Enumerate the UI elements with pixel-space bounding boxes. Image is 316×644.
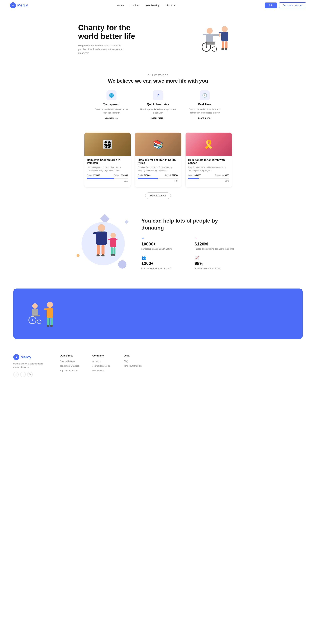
svg-rect-6 [221, 48, 224, 50]
more-btn-wrap: More to donate [13, 192, 303, 199]
svg-rect-18 [219, 33, 221, 36]
cta-banner [13, 288, 303, 339]
charity-stats-africa: Goals $45000 Raised $22500 [138, 174, 179, 176]
charity-raised-cancer: Raised $13000 [215, 174, 229, 176]
footer-legal: Legal FAQ Terms & Conditions [124, 354, 142, 377]
svg-point-38 [32, 320, 33, 321]
footer-company: Company About Us Journalists / Media Mem… [92, 354, 110, 377]
charity-desc-cancer: Help donate for the children with cancer… [188, 166, 229, 172]
feature-title-realtime: Real Time [186, 103, 223, 106]
svg-rect-22 [102, 232, 106, 234]
footer-brand-name: Mercy [21, 355, 31, 359]
company-link-2: Journalists / Media [92, 364, 110, 367]
raised-icon: ♀ [195, 236, 241, 240]
arrow-right-icon-2: › [164, 117, 165, 119]
cta-illustration [23, 298, 73, 329]
legal-link-1: FAQ [124, 360, 142, 363]
feature-title-transparent: Transparent [93, 103, 130, 106]
stat-raised: ♀ $120M+ Raised and counting donations i… [195, 236, 241, 250]
nav-about[interactable]: About us [166, 4, 175, 7]
nav-home[interactable]: Home [117, 4, 124, 7]
company-link-1: About Us [92, 360, 110, 363]
stat-review-value: 98% [195, 261, 241, 266]
svg-point-39 [37, 320, 41, 324]
quick-links-list: Charity Ratings Top-Rated Charities Top … [60, 360, 79, 372]
charity-img-cancer [186, 132, 232, 156]
nav-actions: Join Become a member [265, 2, 306, 8]
features-cards: 🌐 Transparent Donations and distribution… [10, 90, 306, 119]
arrow-right-icon: › [117, 117, 118, 119]
svg-rect-17 [213, 34, 220, 36]
facebook-icon[interactable]: f [13, 372, 19, 377]
svg-point-27 [110, 233, 116, 238]
stat-volunteers-value: 1200+ [141, 261, 188, 266]
progress-bar-cancer [188, 178, 199, 179]
cta-people-svg [23, 298, 70, 328]
progress-bar-africa [138, 178, 158, 179]
charity-desc-pakistan: Help save poor children in Pakistan by d… [87, 166, 128, 172]
svg-rect-5 [225, 41, 227, 49]
become-member-button[interactable]: Become a member [279, 2, 306, 8]
learn-more-transparent[interactable]: Learn more › [93, 117, 130, 119]
stat-campaigns: ✦ 10000+ Fundraising campaign in all tim… [141, 236, 188, 250]
charity-title-pakistan: Help save poor children in Pakistan [87, 158, 128, 164]
svg-rect-9 [206, 34, 213, 42]
svg-rect-3 [225, 32, 228, 34]
svg-rect-24 [101, 245, 104, 255]
charity-goal-cancer: Goals $50000 [188, 174, 201, 176]
learn-more-realtime[interactable]: Learn more › [186, 117, 223, 119]
progress-pct-africa: 50% [138, 180, 179, 183]
legal-list: FAQ Terms & Conditions [124, 360, 142, 367]
donate-content: You can help lots of people by donating … [141, 218, 241, 270]
features-title: We believe we can save more life with yo… [10, 78, 306, 84]
charity-card-pakistan: Help save poor children in Pakistan Help… [84, 132, 131, 188]
stat-review: 📈 98% Positive review from public [195, 256, 241, 270]
twitter-icon[interactable]: t [20, 372, 26, 377]
svg-rect-40 [32, 315, 40, 316]
charity-goal-africa: Goals $45000 [138, 174, 150, 176]
svg-rect-29 [108, 239, 111, 240]
charity-card-cancer: Help donate for children with cancer Hel… [185, 132, 232, 188]
charity-img-africa [135, 132, 181, 156]
svg-point-35 [32, 303, 38, 308]
footer-brand: ♥ Mercy Donate and help others people ar… [13, 354, 47, 377]
charity-stats-pakistan: Goals $75000 Raised $50000 [87, 174, 128, 176]
svg-rect-26 [101, 254, 104, 256]
nav-charities[interactable]: Charities [130, 4, 140, 7]
stat-raised-value: $120M+ [195, 242, 241, 247]
charity-raised-africa: Raised $22500 [165, 174, 178, 176]
features-section: OUR FEATURES We believe we can save more… [0, 64, 316, 126]
linkedin-icon[interactable]: in [27, 372, 33, 377]
join-button[interactable]: Join [265, 2, 277, 8]
globe-icon: 🌐 [106, 90, 116, 100]
footer: ♥ Mercy Donate and help others people ar… [0, 346, 316, 389]
charity-body-cancer: Help donate for children with cancer Hel… [186, 156, 232, 188]
svg-rect-44 [49, 308, 52, 310]
svg-rect-21 [93, 232, 97, 234]
volunteers-icon: 👥 [141, 256, 188, 260]
stat-campaigns-value: 10000+ [141, 242, 188, 247]
logo[interactable]: ♥ Mercy [10, 2, 28, 8]
feature-desc-realtime: Reports related to donations and distrib… [186, 108, 223, 115]
learn-more-quick[interactable]: Learn more › [140, 117, 176, 119]
charity-body-pakistan: Help save poor children in Pakistan Help… [84, 156, 131, 188]
nav-links: Home Charities Membership About us [117, 4, 175, 7]
charity-goal-pakistan: Goals $75000 [87, 174, 100, 176]
donate-illustration [75, 216, 131, 272]
logo-icon: ♥ [10, 2, 16, 8]
stat-review-label: Positive review from public [195, 267, 241, 270]
svg-rect-10 [203, 34, 207, 35]
more-to-donate-button[interactable]: More to donate [145, 192, 171, 199]
svg-rect-47 [47, 325, 49, 327]
footer-logo-icon: ♥ [13, 354, 19, 360]
hero-svg [193, 22, 236, 56]
nav-membership[interactable]: Membership [146, 4, 160, 7]
donate-people-svg [78, 219, 131, 268]
stats-grid: ✦ 10000+ Fundraising campaign in all tim… [141, 236, 241, 270]
quick-link-3: Top Compensation [60, 369, 79, 372]
svg-rect-7 [225, 48, 227, 50]
progress-pct-cancer: 26% [188, 180, 229, 183]
svg-rect-48 [50, 325, 53, 327]
legal-link-2: Terms & Conditions [124, 364, 142, 367]
stat-campaigns-label: Fundraising campaign in all time [141, 247, 188, 250]
